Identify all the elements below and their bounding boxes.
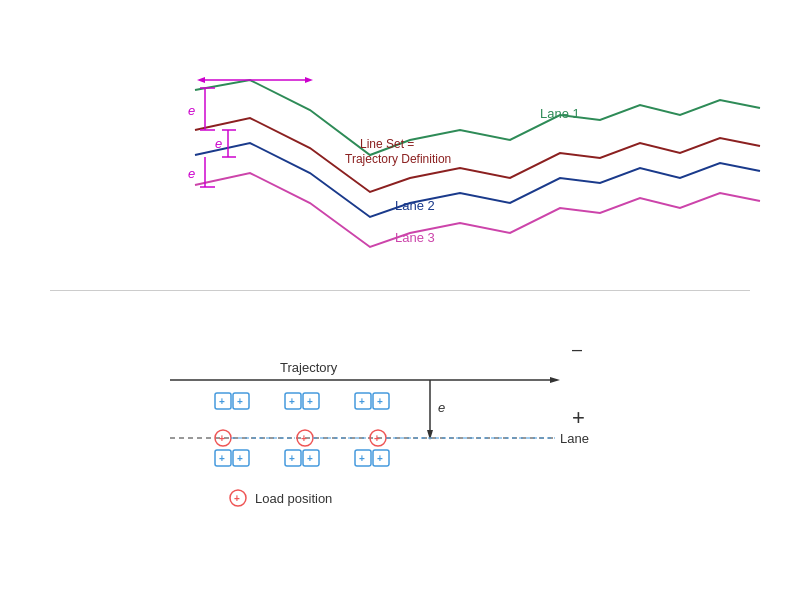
svg-text:+: + xyxy=(307,453,313,464)
svg-text:+: + xyxy=(307,396,313,407)
svg-text:+: + xyxy=(359,453,365,464)
svg-text:Load position: Load position xyxy=(255,491,332,506)
svg-text:+: + xyxy=(237,453,243,464)
section-divider xyxy=(50,290,750,291)
svg-marker-21 xyxy=(550,377,560,383)
svg-text:+: + xyxy=(289,453,295,464)
svg-marker-12 xyxy=(197,77,205,83)
bottom-diagram: – Trajectory e Lane + + + + + + + xyxy=(0,300,800,600)
svg-text:e: e xyxy=(215,136,222,151)
svg-text:+: + xyxy=(219,396,225,407)
svg-text:Lane 2: Lane 2 xyxy=(395,198,435,213)
svg-text:+: + xyxy=(301,433,307,444)
svg-text:+: + xyxy=(572,405,585,430)
svg-text:Lane 1: Lane 1 xyxy=(540,106,580,121)
top-diagram: e e e Lane 1 Line Set = Trajectory Defin… xyxy=(0,0,800,290)
svg-text:+: + xyxy=(234,493,240,504)
svg-text:e: e xyxy=(188,166,195,181)
svg-text:e: e xyxy=(188,103,195,118)
svg-text:+: + xyxy=(377,453,383,464)
svg-text:+: + xyxy=(219,433,225,444)
svg-text:+: + xyxy=(219,453,225,464)
svg-text:–: – xyxy=(572,339,582,359)
svg-text:Lane: Lane xyxy=(560,431,589,446)
svg-marker-13 xyxy=(305,77,313,83)
svg-text:Lane 3: Lane 3 xyxy=(395,230,435,245)
svg-text:+: + xyxy=(289,396,295,407)
svg-text:+: + xyxy=(374,433,380,444)
svg-text:Trajectory: Trajectory xyxy=(280,360,338,375)
svg-text:Line Set =: Line Set = xyxy=(360,137,414,151)
svg-text:e: e xyxy=(438,400,445,415)
svg-text:+: + xyxy=(359,396,365,407)
svg-text:Trajectory Definition: Trajectory Definition xyxy=(345,152,451,166)
svg-text:+: + xyxy=(237,396,243,407)
svg-text:+: + xyxy=(377,396,383,407)
